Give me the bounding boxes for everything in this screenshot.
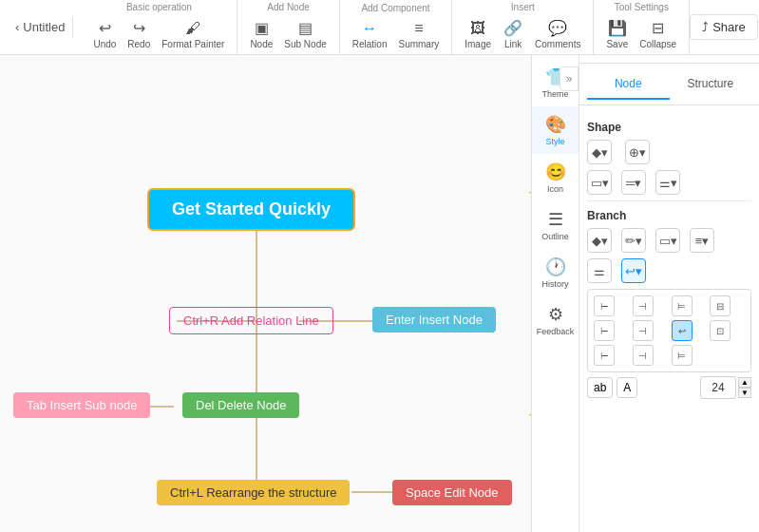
share-icon: ⤴ (702, 20, 709, 34)
toolbar-group-basic: Basic operation ↩ Undo ↪ Redo 🖌 Format P… (81, 0, 237, 55)
outline-icon: ☰ (548, 209, 563, 230)
collapse-panel-button[interactable]: » (560, 66, 579, 91)
font-size-up-button[interactable]: ▲ (738, 377, 751, 388)
branch-layout-btn[interactable]: ⚌ (587, 258, 612, 283)
link-icon: 🔗 (503, 19, 522, 37)
image-icon: 🖼 (470, 20, 485, 37)
branch-popup: ⊢ ⊣ ⊨ ⊟ ⊢ ⊣ ↩ ⊡ ⊢ ⊣ ⊨ (587, 289, 751, 372)
node-ctrl-r[interactable]: Ctrl+R Add Relation Line (169, 307, 333, 334)
shape-dash-btn[interactable]: ⚌▾ (655, 170, 680, 195)
redo-button[interactable]: ↪ Redo (123, 16, 155, 52)
branch-stroke-btn[interactable]: ✏▾ (621, 228, 646, 253)
basic-op-items: ↩ Undo ↪ Redo 🖌 Format Painter (88, 16, 229, 52)
shape-rect-btn[interactable]: ▭▾ (587, 170, 612, 195)
branch-layout-9[interactable]: ⊢ (594, 345, 615, 366)
font-size-stepper: ▲ ▼ (738, 377, 751, 398)
branch-layout-8[interactable]: ⊡ (710, 320, 731, 341)
relation-button[interactable]: ↔ Relation (348, 17, 392, 52)
toolbar-group-add-node: Add Node ▣ Node ▤ Sub Node (237, 0, 339, 55)
shape-line-btn[interactable]: ═▾ (621, 170, 646, 195)
sidebar-outline-btn[interactable]: ☰ Outline (532, 201, 579, 249)
branch-layout-6[interactable]: ⊣ (633, 320, 654, 341)
add-node-label: Add Node (267, 2, 309, 12)
collapse-icon: ⊟ (652, 19, 664, 37)
node-button[interactable]: ▣ Node (245, 16, 277, 52)
back-button[interactable]: ‹ Untitled (8, 16, 73, 38)
back-icon: ‹ (15, 20, 19, 34)
style-icon: 🎨 (545, 114, 566, 135)
toolbar-group-add-component: Add Component ↔ Relation ≡ Summary (340, 0, 453, 55)
sidebar-style-btn[interactable]: 🎨 Style (532, 106, 579, 154)
branch-layout-11[interactable]: ⊨ (672, 345, 693, 366)
divider-1 (587, 200, 751, 201)
panel-expand-area (579, 55, 759, 64)
font-color-btn[interactable]: ab (587, 377, 613, 398)
feedback-icon: ⚙ (548, 304, 563, 325)
link-button[interactable]: 🔗 Link (498, 16, 528, 52)
font-icon-btn[interactable]: A (617, 377, 637, 398)
font-ab-label: ab (594, 381, 606, 394)
panel-sidebar: 👕 Theme 🎨 Style 😊 Icon ☰ Outline 🕐 Histo… (531, 55, 579, 532)
add-component-label: Add Component (361, 3, 429, 13)
add-component-items: ↔ Relation ≡ Summary (348, 17, 445, 52)
save-button[interactable]: 💾 Save (601, 16, 633, 52)
sidebar-icon-btn[interactable]: 😊 Icon (532, 154, 579, 201)
shape-border-btn[interactable]: ⊕▾ (625, 140, 650, 164)
branch-layout-active-btn[interactable]: ↩▾ (621, 258, 646, 283)
comments-icon: 💬 (548, 19, 567, 37)
branch-row-1: ◆▾ ✏▾ ▭▾ ≡▾ (587, 228, 751, 253)
branch-layout-5[interactable]: ⊢ (594, 320, 615, 341)
share-button[interactable]: ⤴ Share (690, 14, 758, 40)
right-panel: Node Structure Shape ◆▾ ⊕▾ ▭▾ ═▾ ⚌▾ Bran… (579, 55, 759, 532)
image-button[interactable]: 🖼 Image (460, 17, 496, 52)
branch-layout-10[interactable]: ⊣ (633, 345, 654, 366)
root-node[interactable]: Get Started Quickly (147, 188, 355, 231)
undo-icon: ↩ (99, 19, 111, 37)
branch-layout-7[interactable]: ↩ (672, 320, 693, 341)
insert-items: 🖼 Image 🔗 Link 💬 Comments (460, 16, 585, 52)
insert-label: Insert (511, 2, 535, 12)
panel-tabs: Node Structure (579, 64, 759, 105)
branch-rect-btn[interactable]: ▭▾ (655, 228, 680, 253)
node-space[interactable]: Space Edit Node (392, 480, 512, 505)
undo-button[interactable]: ↩ Undo (88, 16, 121, 52)
node-del[interactable]: Del Delete Node (182, 392, 299, 418)
sidebar-history-btn[interactable]: 🕐 History (532, 249, 579, 296)
tab-structure[interactable]: Structure (670, 69, 752, 100)
toolbar-right: ⤴ Share ⬆ Export (690, 14, 759, 40)
font-size-row: ab A ▲ ▼ (587, 376, 751, 399)
branch-layout-2[interactable]: ⊣ (633, 295, 654, 316)
app-title: Untitled (23, 20, 65, 34)
relation-icon: ↔ (362, 20, 377, 37)
font-A-label: A (623, 381, 631, 394)
redo-icon: ↪ (133, 19, 145, 37)
node-ctrl-l[interactable]: Ctrl+L Rearrange the structure (157, 480, 350, 505)
node-tab[interactable]: Tab Insert Sub node (13, 392, 150, 418)
branch-layout-4[interactable]: ⊟ (710, 295, 731, 316)
branch-row-2: ⚌ ↩▾ (587, 258, 751, 283)
add-node-items: ▣ Node ▤ Sub Node (245, 16, 331, 52)
emoji-icon: 😊 (545, 162, 566, 182)
font-size-down-button[interactable]: ▼ (738, 388, 751, 398)
save-icon: 💾 (608, 19, 627, 37)
tab-node[interactable]: Node (587, 69, 670, 100)
branch-color-btn[interactable]: ◆▾ (587, 228, 612, 253)
history-icon: 🕐 (545, 256, 566, 277)
shape-row-2: ▭▾ ═▾ ⚌▾ (587, 170, 751, 195)
branch-section-title: Branch (587, 209, 751, 222)
collapse-toolbar-button[interactable]: ⊟ Collapse (635, 16, 681, 52)
format-painter-button[interactable]: 🖌 Format Painter (157, 17, 229, 52)
sub-node-button[interactable]: ▤ Sub Node (279, 16, 331, 52)
sidebar-feedback-btn[interactable]: ⚙ Feedback (532, 296, 579, 344)
node-enter[interactable]: Enter Insert Node (372, 307, 496, 332)
tool-settings-items: 💾 Save ⊟ Collapse (601, 16, 681, 52)
tool-settings-label: Tool Settings (615, 2, 669, 12)
branch-layout-3[interactable]: ⊨ (672, 295, 693, 316)
branch-layout-1[interactable]: ⊢ (594, 295, 615, 316)
shape-fill-btn[interactable]: ◆▾ (587, 140, 612, 164)
comments-button[interactable]: 💬 Comments (530, 16, 585, 52)
summary-button[interactable]: ≡ Summary (393, 17, 444, 52)
font-size-input[interactable] (700, 376, 736, 399)
branch-popup-container: ⊢ ⊣ ⊨ ⊟ ⊢ ⊣ ↩ ⊡ ⊢ ⊣ ⊨ (587, 289, 751, 372)
branch-lines-btn[interactable]: ≡▾ (690, 228, 714, 253)
